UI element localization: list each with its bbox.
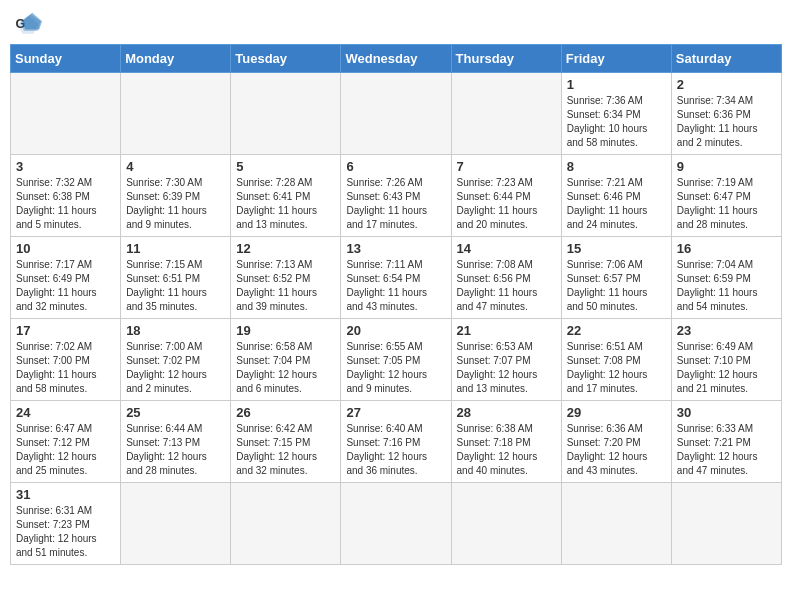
day-number: 27 xyxy=(346,405,445,420)
day-number: 17 xyxy=(16,323,115,338)
day-number: 26 xyxy=(236,405,335,420)
calendar-cell: 23Sunrise: 6:49 AM Sunset: 7:10 PM Dayli… xyxy=(671,319,781,401)
day-info: Sunrise: 6:53 AM Sunset: 7:07 PM Dayligh… xyxy=(457,340,556,396)
day-number: 10 xyxy=(16,241,115,256)
day-info: Sunrise: 7:32 AM Sunset: 6:38 PM Dayligh… xyxy=(16,176,115,232)
day-info: Sunrise: 7:26 AM Sunset: 6:43 PM Dayligh… xyxy=(346,176,445,232)
day-number: 22 xyxy=(567,323,666,338)
day-info: Sunrise: 6:49 AM Sunset: 7:10 PM Dayligh… xyxy=(677,340,776,396)
day-number: 31 xyxy=(16,487,115,502)
day-info: Sunrise: 7:36 AM Sunset: 6:34 PM Dayligh… xyxy=(567,94,666,150)
day-info: Sunrise: 6:51 AM Sunset: 7:08 PM Dayligh… xyxy=(567,340,666,396)
calendar-cell xyxy=(341,483,451,565)
day-number: 7 xyxy=(457,159,556,174)
day-number: 15 xyxy=(567,241,666,256)
calendar-cell: 8Sunrise: 7:21 AM Sunset: 6:46 PM Daylig… xyxy=(561,155,671,237)
day-info: Sunrise: 7:04 AM Sunset: 6:59 PM Dayligh… xyxy=(677,258,776,314)
day-number: 2 xyxy=(677,77,776,92)
calendar-cell: 11Sunrise: 7:15 AM Sunset: 6:51 PM Dayli… xyxy=(121,237,231,319)
calendar-cell: 5Sunrise: 7:28 AM Sunset: 6:41 PM Daylig… xyxy=(231,155,341,237)
calendar-cell xyxy=(231,73,341,155)
day-info: Sunrise: 7:28 AM Sunset: 6:41 PM Dayligh… xyxy=(236,176,335,232)
day-info: Sunrise: 7:06 AM Sunset: 6:57 PM Dayligh… xyxy=(567,258,666,314)
calendar-cell xyxy=(561,483,671,565)
calendar-cell: 14Sunrise: 7:08 AM Sunset: 6:56 PM Dayli… xyxy=(451,237,561,319)
day-header-thursday: Thursday xyxy=(451,45,561,73)
day-number: 28 xyxy=(457,405,556,420)
day-info: Sunrise: 6:31 AM Sunset: 7:23 PM Dayligh… xyxy=(16,504,115,560)
day-info: Sunrise: 6:33 AM Sunset: 7:21 PM Dayligh… xyxy=(677,422,776,478)
day-info: Sunrise: 6:58 AM Sunset: 7:04 PM Dayligh… xyxy=(236,340,335,396)
calendar-week-row: 3Sunrise: 7:32 AM Sunset: 6:38 PM Daylig… xyxy=(11,155,782,237)
calendar-cell: 21Sunrise: 6:53 AM Sunset: 7:07 PM Dayli… xyxy=(451,319,561,401)
day-number: 18 xyxy=(126,323,225,338)
svg-marker-3 xyxy=(22,13,42,30)
header: G xyxy=(10,10,782,38)
day-header-tuesday: Tuesday xyxy=(231,45,341,73)
calendar-cell xyxy=(451,73,561,155)
day-info: Sunrise: 7:19 AM Sunset: 6:47 PM Dayligh… xyxy=(677,176,776,232)
day-header-monday: Monday xyxy=(121,45,231,73)
day-number: 4 xyxy=(126,159,225,174)
calendar: SundayMondayTuesdayWednesdayThursdayFrid… xyxy=(10,44,782,565)
day-number: 21 xyxy=(457,323,556,338)
day-number: 8 xyxy=(567,159,666,174)
calendar-cell: 20Sunrise: 6:55 AM Sunset: 7:05 PM Dayli… xyxy=(341,319,451,401)
calendar-cell: 7Sunrise: 7:23 AM Sunset: 6:44 PM Daylig… xyxy=(451,155,561,237)
calendar-cell: 4Sunrise: 7:30 AM Sunset: 6:39 PM Daylig… xyxy=(121,155,231,237)
calendar-cell: 3Sunrise: 7:32 AM Sunset: 6:38 PM Daylig… xyxy=(11,155,121,237)
calendar-cell xyxy=(231,483,341,565)
day-info: Sunrise: 7:08 AM Sunset: 6:56 PM Dayligh… xyxy=(457,258,556,314)
day-info: Sunrise: 6:55 AM Sunset: 7:05 PM Dayligh… xyxy=(346,340,445,396)
calendar-cell: 22Sunrise: 6:51 AM Sunset: 7:08 PM Dayli… xyxy=(561,319,671,401)
day-number: 1 xyxy=(567,77,666,92)
day-info: Sunrise: 7:15 AM Sunset: 6:51 PM Dayligh… xyxy=(126,258,225,314)
calendar-cell xyxy=(11,73,121,155)
calendar-cell: 17Sunrise: 7:02 AM Sunset: 7:00 PM Dayli… xyxy=(11,319,121,401)
calendar-cell: 26Sunrise: 6:42 AM Sunset: 7:15 PM Dayli… xyxy=(231,401,341,483)
day-info: Sunrise: 7:00 AM Sunset: 7:02 PM Dayligh… xyxy=(126,340,225,396)
calendar-cell: 30Sunrise: 6:33 AM Sunset: 7:21 PM Dayli… xyxy=(671,401,781,483)
calendar-cell: 16Sunrise: 7:04 AM Sunset: 6:59 PM Dayli… xyxy=(671,237,781,319)
calendar-cell: 29Sunrise: 6:36 AM Sunset: 7:20 PM Dayli… xyxy=(561,401,671,483)
day-header-friday: Friday xyxy=(561,45,671,73)
day-header-sunday: Sunday xyxy=(11,45,121,73)
calendar-week-row: 31Sunrise: 6:31 AM Sunset: 7:23 PM Dayli… xyxy=(11,483,782,565)
calendar-week-row: 1Sunrise: 7:36 AM Sunset: 6:34 PM Daylig… xyxy=(11,73,782,155)
day-info: Sunrise: 6:47 AM Sunset: 7:12 PM Dayligh… xyxy=(16,422,115,478)
logo-icon: G xyxy=(14,10,42,38)
calendar-week-row: 10Sunrise: 7:17 AM Sunset: 6:49 PM Dayli… xyxy=(11,237,782,319)
day-info: Sunrise: 7:17 AM Sunset: 6:49 PM Dayligh… xyxy=(16,258,115,314)
calendar-cell: 31Sunrise: 6:31 AM Sunset: 7:23 PM Dayli… xyxy=(11,483,121,565)
calendar-cell: 27Sunrise: 6:40 AM Sunset: 7:16 PM Dayli… xyxy=(341,401,451,483)
calendar-cell: 10Sunrise: 7:17 AM Sunset: 6:49 PM Dayli… xyxy=(11,237,121,319)
calendar-cell: 6Sunrise: 7:26 AM Sunset: 6:43 PM Daylig… xyxy=(341,155,451,237)
day-number: 9 xyxy=(677,159,776,174)
calendar-cell xyxy=(341,73,451,155)
day-number: 16 xyxy=(677,241,776,256)
calendar-cell: 13Sunrise: 7:11 AM Sunset: 6:54 PM Dayli… xyxy=(341,237,451,319)
calendar-cell: 1Sunrise: 7:36 AM Sunset: 6:34 PM Daylig… xyxy=(561,73,671,155)
day-info: Sunrise: 7:11 AM Sunset: 6:54 PM Dayligh… xyxy=(346,258,445,314)
calendar-week-row: 17Sunrise: 7:02 AM Sunset: 7:00 PM Dayli… xyxy=(11,319,782,401)
calendar-cell xyxy=(121,483,231,565)
day-info: Sunrise: 6:44 AM Sunset: 7:13 PM Dayligh… xyxy=(126,422,225,478)
calendar-cell xyxy=(671,483,781,565)
day-number: 30 xyxy=(677,405,776,420)
day-header-saturday: Saturday xyxy=(671,45,781,73)
calendar-week-row: 24Sunrise: 6:47 AM Sunset: 7:12 PM Dayli… xyxy=(11,401,782,483)
day-info: Sunrise: 7:23 AM Sunset: 6:44 PM Dayligh… xyxy=(457,176,556,232)
calendar-cell: 2Sunrise: 7:34 AM Sunset: 6:36 PM Daylig… xyxy=(671,73,781,155)
day-info: Sunrise: 6:36 AM Sunset: 7:20 PM Dayligh… xyxy=(567,422,666,478)
day-info: Sunrise: 7:21 AM Sunset: 6:46 PM Dayligh… xyxy=(567,176,666,232)
day-number: 20 xyxy=(346,323,445,338)
calendar-cell: 12Sunrise: 7:13 AM Sunset: 6:52 PM Dayli… xyxy=(231,237,341,319)
day-number: 23 xyxy=(677,323,776,338)
day-number: 29 xyxy=(567,405,666,420)
day-number: 6 xyxy=(346,159,445,174)
day-info: Sunrise: 6:40 AM Sunset: 7:16 PM Dayligh… xyxy=(346,422,445,478)
day-number: 5 xyxy=(236,159,335,174)
day-info: Sunrise: 7:30 AM Sunset: 6:39 PM Dayligh… xyxy=(126,176,225,232)
day-number: 25 xyxy=(126,405,225,420)
day-info: Sunrise: 6:42 AM Sunset: 7:15 PM Dayligh… xyxy=(236,422,335,478)
